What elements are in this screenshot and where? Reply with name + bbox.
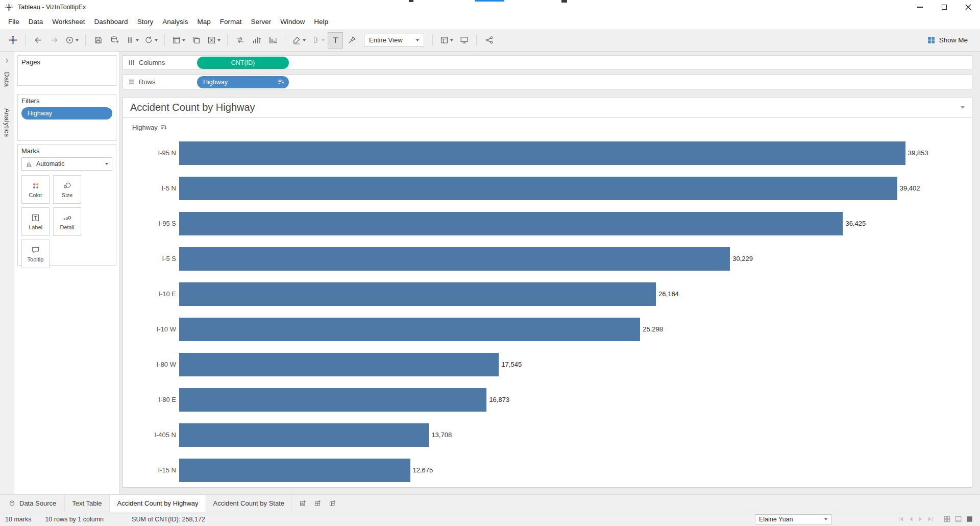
filters-shelf[interactable]: Filters Highway bbox=[17, 94, 116, 141]
row-header-label[interactable]: I-405 N bbox=[123, 431, 179, 439]
menu-format[interactable]: Format bbox=[215, 14, 247, 29]
sheet-tab-text-table[interactable]: Text Table bbox=[65, 495, 109, 512]
rows-shelf[interactable]: Rows Highway bbox=[122, 75, 972, 89]
menu-story[interactable]: Story bbox=[133, 14, 158, 29]
sort-ascending-button[interactable] bbox=[249, 32, 264, 49]
tableau-home-button[interactable] bbox=[5, 32, 20, 49]
columns-shelf[interactable]: Columns CNT(ID) bbox=[122, 55, 972, 70]
menu-analysis[interactable]: Analysis bbox=[158, 14, 192, 29]
next-button[interactable] bbox=[916, 515, 925, 523]
show-me-button[interactable]: Show Me bbox=[924, 32, 975, 49]
pause-updates-button[interactable] bbox=[123, 32, 141, 49]
bar-mark[interactable] bbox=[179, 177, 897, 200]
columns-pill-cnt-id[interactable]: CNT(ID) bbox=[197, 57, 289, 69]
row-header-label[interactable]: I-10 W bbox=[123, 325, 179, 333]
filmstrip-view-button[interactable] bbox=[954, 515, 963, 523]
duplicate-button[interactable] bbox=[188, 32, 204, 49]
menu-data[interactable]: Data bbox=[24, 14, 48, 29]
show-hide-cards-button[interactable] bbox=[437, 32, 455, 49]
row-header-label[interactable]: I-80 W bbox=[123, 361, 179, 368]
pages-shelf[interactable]: Pages bbox=[17, 55, 116, 86]
bar-mark[interactable] bbox=[179, 353, 499, 376]
title-menu-caret-icon bbox=[961, 106, 965, 109]
run-update-button[interactable] bbox=[142, 32, 160, 49]
sheet-tab-accident-count-by-highway[interactable]: Accident Count by Highway bbox=[110, 495, 206, 512]
fit-selector[interactable]: Entire View bbox=[364, 34, 424, 47]
row-header-label[interactable]: I-10 E bbox=[123, 290, 179, 298]
sheet-title[interactable]: Accident Count by Highway bbox=[123, 98, 972, 118]
clear-sheet-icon bbox=[207, 35, 216, 45]
new-story-tab-button[interactable] bbox=[326, 497, 339, 510]
redo-button[interactable] bbox=[46, 32, 62, 49]
sort-descending-mini-icon bbox=[278, 79, 284, 85]
bar-row-i-95-s: I-95 S36,425 bbox=[123, 206, 972, 241]
bar-mark[interactable] bbox=[179, 282, 656, 306]
save-button[interactable] bbox=[90, 32, 106, 49]
bar-mark[interactable] bbox=[179, 141, 905, 165]
sheet-sorter-view-button[interactable] bbox=[965, 515, 974, 523]
minimize-button[interactable] bbox=[908, 0, 932, 14]
sheet-tab-data-source[interactable]: Data Source bbox=[0, 495, 65, 512]
row-header-label[interactable]: I-5 N bbox=[123, 184, 179, 192]
new-worksheet-tab-button[interactable] bbox=[296, 497, 309, 510]
tooltip-label: Tooltip bbox=[28, 256, 44, 262]
first-button[interactable] bbox=[897, 515, 905, 523]
show-mark-labels-button[interactable] bbox=[328, 32, 343, 49]
bar-mark[interactable] bbox=[179, 212, 843, 235]
maximize-icon bbox=[942, 5, 947, 10]
new-dashboard-tab-button[interactable] bbox=[311, 497, 324, 510]
menu-window[interactable]: Window bbox=[276, 14, 309, 29]
row-header-label[interactable]: I-15 N bbox=[123, 466, 179, 474]
clear-sheet-button[interactable] bbox=[205, 32, 223, 49]
size-button[interactable]: Size bbox=[53, 175, 81, 204]
tooltip-button[interactable]: Tooltip bbox=[21, 240, 50, 268]
bar-mark[interactable] bbox=[179, 388, 486, 412]
bar-mark[interactable] bbox=[179, 318, 640, 341]
bar-mark[interactable] bbox=[179, 423, 429, 447]
menu-map[interactable]: Map bbox=[192, 14, 215, 29]
sort-descending-button[interactable] bbox=[265, 32, 280, 49]
row-header-label[interactable]: I-95 N bbox=[123, 149, 179, 157]
tab-data-pane[interactable]: Data bbox=[3, 72, 11, 87]
replay-animation-button[interactable] bbox=[63, 32, 81, 49]
label-button[interactable]: Label bbox=[21, 207, 50, 236]
fix-axes-button[interactable] bbox=[344, 32, 359, 49]
last-button[interactable] bbox=[926, 515, 935, 523]
new-worksheet-button[interactable] bbox=[169, 32, 187, 49]
row-header-label[interactable]: I-95 S bbox=[123, 220, 179, 227]
share-button[interactable] bbox=[481, 32, 497, 49]
menu-worksheet[interactable]: Worksheet bbox=[47, 14, 89, 29]
mark-type-selector[interactable]: Automatic bbox=[21, 157, 112, 171]
bar-chart: I-95 N39,853I-5 N39,402I-95 S36,425I-5 S… bbox=[123, 133, 972, 487]
bar-mark[interactable] bbox=[179, 247, 730, 271]
undo-icon bbox=[33, 35, 43, 45]
show-tabs-view-button[interactable] bbox=[943, 515, 951, 523]
row-header-label[interactable]: I-5 S bbox=[123, 255, 179, 262]
expand-pane-button[interactable] bbox=[4, 55, 10, 66]
close-button[interactable] bbox=[956, 0, 980, 14]
highlight-button[interactable] bbox=[290, 32, 308, 49]
menu-file[interactable]: File bbox=[4, 14, 24, 29]
group-members-button[interactable] bbox=[309, 32, 327, 49]
menu-server[interactable]: Server bbox=[246, 14, 276, 29]
rows-pill-highway[interactable]: Highway bbox=[197, 76, 289, 88]
presentation-mode-button[interactable] bbox=[456, 32, 472, 49]
maximize-button[interactable] bbox=[932, 0, 956, 14]
undo-button[interactable] bbox=[30, 32, 45, 49]
menu-dashboard[interactable]: Dashboard bbox=[90, 14, 133, 29]
row-field-header[interactable]: Highway bbox=[123, 121, 972, 133]
view-mode-buttons bbox=[943, 515, 974, 523]
bar-mark[interactable] bbox=[179, 459, 410, 482]
dropdown-caret-icon bbox=[136, 39, 139, 41]
user-selector[interactable]: Elaine Yuan bbox=[755, 514, 831, 524]
menu-help[interactable]: Help bbox=[309, 14, 333, 29]
new-datasource-button[interactable] bbox=[107, 32, 122, 49]
color-button[interactable]: Color bbox=[21, 175, 50, 204]
sheet-tab-accident-count-by-state[interactable]: Accident Count by State bbox=[206, 495, 292, 512]
filter-pill-highway[interactable]: Highway bbox=[21, 107, 112, 119]
row-header-label[interactable]: I-80 E bbox=[123, 396, 179, 403]
tab-analytics-pane[interactable]: Analytics bbox=[3, 108, 11, 137]
detail-button[interactable]: Detail bbox=[53, 207, 81, 236]
swap-rows-columns-button[interactable] bbox=[232, 32, 248, 49]
previous-button[interactable] bbox=[906, 515, 915, 523]
